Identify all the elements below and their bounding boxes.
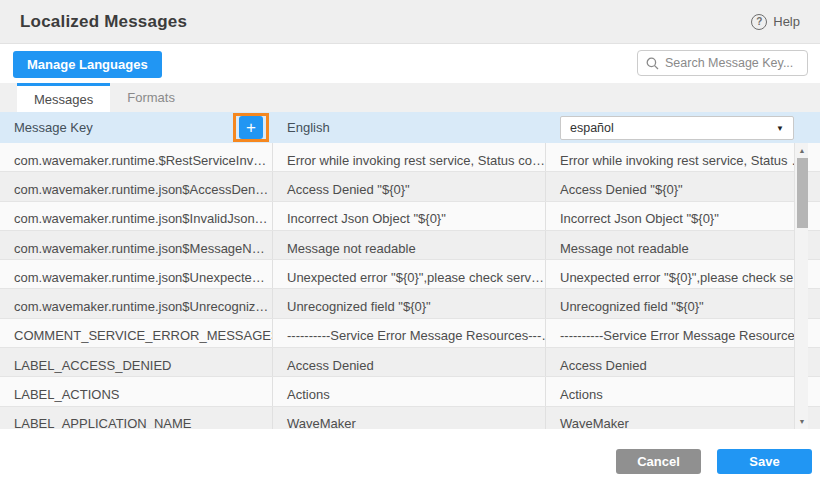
message-key-cell[interactable]: COMMENT_SERVICE_ERROR_MESSAGES [0, 319, 273, 347]
tab-bar: Messages Formats [0, 83, 820, 112]
english-value-cell[interactable]: ----------Service Error Message Resource… [273, 319, 546, 347]
table-row: LABEL_ACCESS_DENIEDAccess DeniedAccess D… [0, 348, 820, 377]
english-value-cell[interactable]: Access Denied "${0}" [273, 172, 546, 200]
message-key-cell[interactable]: com.wavemaker.runtime.json$Unrecogniz… [0, 289, 273, 317]
table-row: LABEL_APPLICATION_NAMEWaveMakerWaveMaker [0, 407, 820, 429]
search-input[interactable] [665, 56, 799, 70]
message-key-cell[interactable]: LABEL_ACTIONS [0, 377, 273, 405]
english-value-cell[interactable]: Unrecognized field "${0}" [273, 289, 546, 317]
table-row: com.wavemaker.runtime.json$InvalidJson…I… [0, 202, 820, 231]
column-header-english: English [273, 112, 546, 143]
title-bar: Localized Messages ? Help [0, 0, 820, 44]
grid-body: com.wavemaker.runtime.$RestServiceInv…Er… [0, 143, 820, 429]
message-key-cell[interactable]: com.wavemaker.runtime.json$MessageN… [0, 231, 273, 259]
add-message-key-button[interactable]: + [239, 116, 263, 139]
message-key-cell[interactable]: com.wavemaker.runtime.json$AccessDen… [0, 172, 273, 200]
message-key-cell[interactable]: LABEL_ACCESS_DENIED [0, 348, 273, 376]
cancel-button[interactable]: Cancel [616, 449, 701, 474]
localized-value-cell[interactable]: WaveMaker [546, 407, 820, 429]
tab-formats[interactable]: Formats [110, 83, 192, 112]
english-value-cell[interactable]: Unexpected error "${0}",please check ser… [273, 260, 546, 288]
add-key-highlight-ring: + [233, 113, 269, 142]
table-row: com.wavemaker.runtime.json$MessageN…Mess… [0, 231, 820, 260]
help-icon: ? [751, 14, 767, 30]
localized-value-cell[interactable]: Access Denied [546, 348, 820, 376]
english-value-cell[interactable]: Access Denied [273, 348, 546, 376]
page-title: Localized Messages [20, 12, 187, 32]
message-key-cell[interactable]: com.wavemaker.runtime.$RestServiceInv… [0, 143, 273, 171]
english-value-cell[interactable]: WaveMaker [273, 407, 546, 429]
column-header-message-key: Message Key + [0, 112, 273, 143]
help-label: Help [773, 14, 800, 29]
chevron-down-icon: ▼ [776, 124, 784, 133]
search-box[interactable] [637, 50, 808, 76]
dialog-footer: Cancel Save [0, 449, 820, 474]
grid-rows: com.wavemaker.runtime.$RestServiceInv…Er… [0, 143, 820, 429]
message-key-cell[interactable]: com.wavemaker.runtime.json$InvalidJson… [0, 202, 273, 230]
vertical-scrollbar[interactable]: ▲ ▼ [794, 143, 808, 429]
localized-value-cell[interactable]: Access Denied "${0}" [546, 172, 820, 200]
table-row: com.wavemaker.runtime.$RestServiceInv…Er… [0, 143, 820, 172]
tab-messages[interactable]: Messages [17, 83, 110, 112]
localized-value-cell[interactable]: Actions [546, 377, 820, 405]
english-value-cell[interactable]: Actions [273, 377, 546, 405]
language-select[interactable]: español ▼ [560, 116, 794, 140]
language-select-value: español [570, 121, 614, 135]
table-row: LABEL_ACTIONSActionsActions [0, 377, 820, 406]
message-key-cell[interactable]: LABEL_APPLICATION_NAME [0, 407, 273, 429]
localized-value-cell[interactable]: ----------Service Error Message Resource… [546, 319, 820, 347]
english-value-cell[interactable]: Message not readable [273, 231, 546, 259]
save-button[interactable]: Save [717, 449, 812, 474]
localized-value-cell[interactable]: Unrecognized field "${0}" [546, 289, 820, 317]
localized-value-cell[interactable]: Unexpected error "${0}",please check se… [546, 260, 820, 288]
english-value-cell[interactable]: Error while invoking rest service, Statu… [273, 143, 546, 171]
localized-value-cell[interactable]: Incorrect Json Object "${0}" [546, 202, 820, 230]
scrollbar-thumb[interactable] [797, 158, 808, 228]
english-value-cell[interactable]: Incorrect Json Object "${0}" [273, 202, 546, 230]
help-button[interactable]: ? Help [751, 14, 800, 30]
localized-messages-dialog: Localized Messages ? Help Manage Languag… [0, 0, 820, 490]
toolbar: Manage Languages [0, 44, 820, 83]
table-row: com.wavemaker.runtime.json$AccessDen…Acc… [0, 172, 820, 201]
manage-languages-button[interactable]: Manage Languages [13, 51, 162, 78]
column-header-language: español ▼ [546, 112, 820, 143]
scroll-down-icon[interactable]: ▼ [795, 415, 809, 428]
localized-value-cell[interactable]: Error while invoking rest service, Statu… [546, 143, 820, 171]
table-row: COMMENT_SERVICE_ERROR_MESSAGES----------… [0, 319, 820, 348]
table-row: com.wavemaker.runtime.json$Unexpecte…Une… [0, 260, 820, 289]
table-row: com.wavemaker.runtime.json$Unrecogniz…Un… [0, 289, 820, 318]
grid-header: Message Key + English español ▼ [0, 112, 820, 143]
scroll-up-icon[interactable]: ▲ [795, 144, 809, 157]
message-key-cell[interactable]: com.wavemaker.runtime.json$Unexpecte… [0, 260, 273, 288]
localized-value-cell[interactable]: Message not readable [546, 231, 820, 259]
search-icon [646, 57, 659, 70]
